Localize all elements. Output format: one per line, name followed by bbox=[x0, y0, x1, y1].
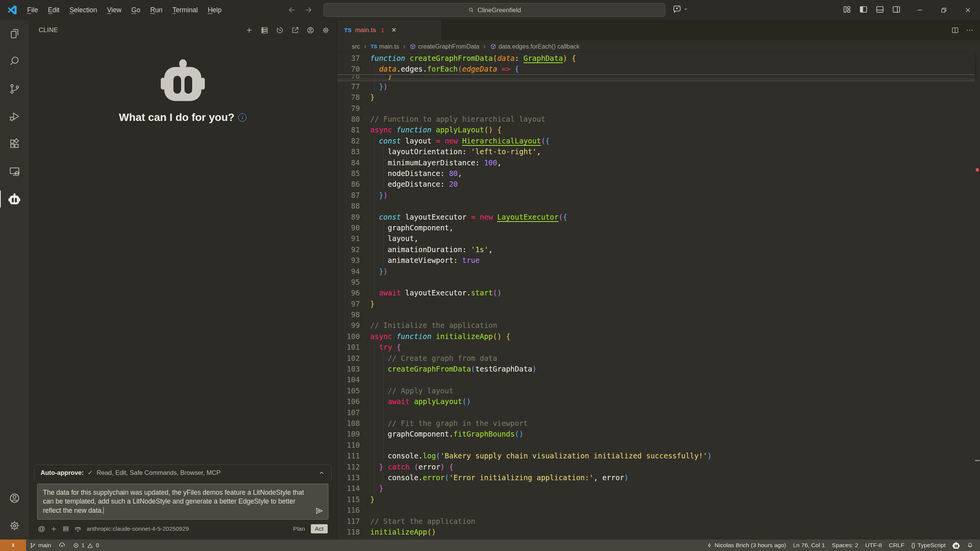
line-number: 91 bbox=[337, 233, 370, 244]
cline-status[interactable] bbox=[949, 540, 963, 551]
menu-view[interactable]: View bbox=[102, 4, 126, 16]
code-line-content: // Fit the graph in the viewport bbox=[370, 418, 975, 429]
menu-selection[interactable]: Selection bbox=[64, 4, 102, 16]
model-selector[interactable]: anthropic:claude-sonnet-4-5-20250929 bbox=[87, 525, 288, 532]
account-icon[interactable] bbox=[304, 24, 316, 36]
line-number: 109 bbox=[337, 429, 370, 439]
mode-act-toggle[interactable]: Act bbox=[311, 524, 328, 533]
cline-hero: What can I do for you? i bbox=[29, 58, 337, 124]
notifications[interactable] bbox=[963, 540, 977, 551]
chat-input-value: The data for this supplychain was update… bbox=[43, 489, 304, 514]
new-task-icon[interactable] bbox=[243, 24, 255, 36]
menu-file[interactable]: File bbox=[22, 4, 43, 16]
menu-terminal[interactable]: Terminal bbox=[168, 4, 203, 16]
line-number: 118 bbox=[337, 527, 370, 537]
rules-icon[interactable] bbox=[74, 525, 82, 533]
menu-go[interactable]: Go bbox=[126, 4, 145, 16]
breadcrumb-symbol-function[interactable]: createGraphFromData bbox=[410, 43, 479, 50]
language-mode[interactable]: {} TypeScript bbox=[908, 540, 949, 551]
typescript-file-icon: TS bbox=[371, 44, 377, 49]
code-line: 87 }) bbox=[337, 190, 975, 201]
status-bar: main 1 0 Nicolas Brich (3 hours ago) Ln … bbox=[0, 540, 980, 551]
sidebar-item-search[interactable] bbox=[0, 47, 29, 75]
branch-status[interactable]: main bbox=[26, 540, 55, 551]
menu-run[interactable]: Run bbox=[145, 4, 167, 16]
settings-button[interactable] bbox=[0, 512, 29, 540]
git-blame-status[interactable]: Nicolas Brich (3 hours ago) bbox=[703, 540, 790, 551]
code-lines[interactable]: 76 }77 })78}7980// Function to apply hie… bbox=[337, 70, 975, 538]
code-line-content: initializeApp() bbox=[370, 527, 975, 537]
restore-button[interactable] bbox=[932, 0, 956, 20]
mode-plan-toggle[interactable]: Plan bbox=[293, 525, 305, 532]
panel-title: CLINE bbox=[39, 26, 58, 34]
sidebar-item-extensions[interactable] bbox=[0, 130, 29, 158]
auto-approve-bar[interactable]: Auto-approve: ✓ Read, Edit, Safe Command… bbox=[34, 465, 332, 481]
code-line-content: await applyLayout() bbox=[370, 396, 975, 407]
sidebar-item-cline[interactable] bbox=[0, 185, 29, 213]
eol-sequence[interactable]: CRLF bbox=[885, 540, 908, 551]
history-icon[interactable] bbox=[274, 24, 286, 36]
cursor-position[interactable]: Ln 76, Col 1 bbox=[789, 540, 828, 551]
sidebar-item-explorer[interactable] bbox=[0, 20, 29, 47]
copilot-menu[interactable] bbox=[672, 4, 688, 14]
line-number: 88 bbox=[337, 201, 370, 211]
close-window-button[interactable] bbox=[956, 0, 980, 20]
code-line: 113 console.error('Error initializing ap… bbox=[337, 472, 975, 483]
sync-status[interactable] bbox=[55, 540, 69, 551]
line-number: 111 bbox=[337, 450, 370, 461]
code-line-content: } catch (error) { bbox=[370, 461, 975, 472]
line-number: 99 bbox=[337, 320, 370, 331]
chevron-up-icon[interactable] bbox=[318, 469, 325, 476]
tab-main-ts[interactable]: TS main.ts 1 ✕ bbox=[337, 20, 441, 40]
code-line-content: } bbox=[370, 92, 975, 103]
line-number: 86 bbox=[337, 179, 370, 189]
mcp-icon[interactable] bbox=[62, 525, 69, 532]
accounts-button[interactable] bbox=[0, 484, 29, 512]
more-actions-icon[interactable] bbox=[965, 26, 974, 34]
vscode-logo-icon bbox=[6, 4, 18, 16]
line-number: 81 bbox=[337, 124, 370, 135]
menu-help[interactable]: Help bbox=[203, 4, 227, 16]
open-in-new-window-icon[interactable] bbox=[289, 24, 301, 36]
command-center-search[interactable]: ClineGreenfield bbox=[323, 3, 665, 17]
breadcrumb-file[interactable]: TSmain.ts bbox=[371, 43, 399, 50]
problems-status[interactable]: 1 0 bbox=[69, 540, 103, 551]
sidebar-item-remote-explorer[interactable] bbox=[0, 158, 29, 185]
info-icon[interactable]: i bbox=[238, 113, 247, 122]
chat-input[interactable]: The data for this supplychain was update… bbox=[37, 484, 328, 520]
toggle-panel-icon[interactable] bbox=[875, 5, 885, 14]
add-icon[interactable] bbox=[50, 525, 57, 533]
tab-label: main.ts bbox=[355, 26, 376, 34]
menu-edit[interactable]: Edit bbox=[43, 4, 64, 16]
overview-ruler[interactable] bbox=[975, 20, 980, 540]
gear-icon[interactable] bbox=[320, 24, 332, 36]
navigate-forward-icon[interactable] bbox=[304, 6, 312, 14]
gear-icon bbox=[8, 520, 21, 532]
encoding[interactable]: UTF-8 bbox=[862, 540, 885, 551]
customize-layout-icon[interactable] bbox=[842, 5, 852, 14]
close-tab-icon[interactable]: ✕ bbox=[391, 26, 396, 34]
remote-indicator[interactable] bbox=[0, 540, 26, 551]
breadcrumb-src[interactable]: src bbox=[352, 43, 360, 50]
code-line-content: graphComponent.fitGraphBounds() bbox=[370, 429, 975, 439]
line-number: 112 bbox=[337, 461, 370, 472]
line-number: 96 bbox=[337, 287, 370, 298]
minimize-button[interactable] bbox=[908, 0, 932, 20]
mention-icon[interactable]: @ bbox=[38, 525, 45, 533]
toggle-secondary-sidebar-icon[interactable] bbox=[892, 5, 901, 14]
mcp-servers-icon[interactable] bbox=[258, 24, 270, 36]
code-line: 115} bbox=[337, 494, 975, 505]
git-branch-icon bbox=[8, 83, 21, 95]
split-editor-icon[interactable] bbox=[951, 26, 959, 34]
navigate-back-icon[interactable] bbox=[288, 6, 296, 14]
sidebar-item-source-control[interactable] bbox=[0, 75, 29, 103]
breadcrumb-symbol-callback[interactable]: data.edges.forEach() callback bbox=[490, 43, 580, 50]
code-line: 80// Function to apply hierarchical layo… bbox=[337, 114, 975, 124]
code-line-content: minimumLayerDistance: 100, bbox=[370, 157, 975, 168]
indentation[interactable]: Spaces: 2 bbox=[828, 540, 862, 551]
send-icon[interactable] bbox=[315, 506, 324, 515]
code-line: 112 } catch (error) { bbox=[337, 461, 975, 472]
toggle-primary-sidebar-icon[interactable] bbox=[859, 5, 868, 14]
sticky-scroll[interactable]: 37function createGraphFromData(data: Gra… bbox=[337, 53, 975, 75]
sidebar-item-run-debug[interactable] bbox=[0, 103, 29, 130]
